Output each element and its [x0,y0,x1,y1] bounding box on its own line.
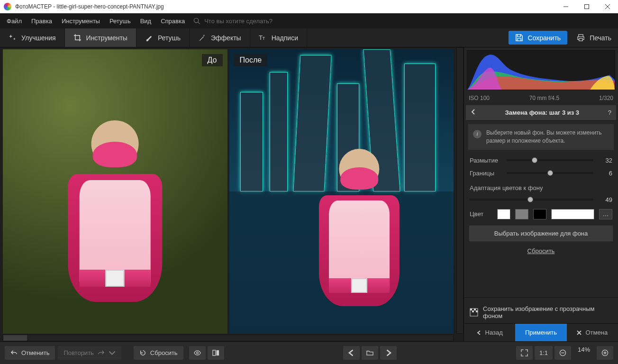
tab-enhance-label: Улучшения [21,34,56,42]
zoom-in-button[interactable] [597,346,613,360]
canvas-hscrollbar[interactable] [3,335,454,341]
reset-link[interactable]: Сбросить [464,245,618,257]
cancel-button-label: Отмена [585,329,608,336]
eye-icon [194,349,201,356]
slider-blur[interactable]: Размытие 32 [464,154,618,167]
slider-edges-track[interactable] [507,172,593,174]
menu-tools[interactable]: Инструменты [57,15,105,27]
chevron-right-icon [385,349,392,356]
window-title: ФотоМАСТЕР - little-girl-super-hero-conc… [15,3,555,10]
apply-button[interactable]: Применить [515,324,566,341]
prev-image-button[interactable] [343,346,360,360]
chevron-left-icon [477,330,482,335]
tab-tools[interactable]: Инструменты [65,28,136,47]
bottom-bar: Отменить Повторить Сбросить 1:1 14% [0,341,618,364]
compare-button[interactable] [208,346,224,360]
transparent-bg-icon [470,308,478,317]
panel-back-icon[interactable] [471,109,476,116]
next-image-button[interactable] [380,346,397,360]
save-transparent-button[interactable]: Сохранить изображение с прозрачным фоном [464,301,618,323]
canvas-compare[interactable]: До После [3,49,454,334]
tab-text[interactable]: TT Надписи [250,28,307,47]
main-toolbar: Улучшения Инструменты Ретушь Эффекты TT … [0,28,618,47]
exif-shutter: 1/320 [599,95,613,101]
slider-blur-value: 32 [598,157,612,164]
adapt-section-label: Адаптация цветов к фону [464,180,618,193]
fit-screen-button[interactable] [516,346,533,360]
zoom-actual-button[interactable]: 1:1 [535,346,553,360]
brush-icon [145,34,153,42]
exif-iso: ISO 100 [469,95,490,101]
right-panel: ISO 100 70 mm f/4.5 1/320 Замена фона: ш… [464,47,618,341]
slider-adapt[interactable]: 49 [464,193,618,206]
panel-help-icon[interactable]: ? [608,109,611,116]
choose-bg-button[interactable]: Выбрать изображение для фона [469,225,613,242]
svg-rect-10 [213,350,216,355]
swatch-more[interactable]: … [599,209,612,219]
reset-all-button[interactable]: Сбросить [134,346,183,360]
slider-blur-label: Размытие [470,157,502,164]
slider-blur-track[interactable] [507,159,593,161]
close-icon [577,330,582,335]
panel-actions: Назад Применить Отмена [464,323,618,341]
folder-icon [366,349,373,356]
histogram[interactable] [467,50,615,90]
sparkle-icon [9,34,17,42]
cancel-button[interactable]: Отмена [567,324,618,341]
help-search[interactable]: Что вы хотите сделать? [193,18,273,25]
menu-retouch[interactable]: Ретушь [105,15,136,27]
tab-retouch[interactable]: Ретушь [136,28,190,47]
app-logo-icon [4,3,11,10]
exif-lens: 70 mm f/4.5 [529,95,559,101]
printer-icon [577,34,585,42]
menu-file[interactable]: Файл [2,15,27,27]
exif-info: ISO 100 70 mm f/4.5 1/320 [464,93,618,105]
fit-icon [521,349,528,356]
swatch-gray[interactable] [515,209,528,219]
reset-all-label: Сбросить [150,349,178,356]
canvas-before[interactable]: До [3,49,227,334]
menu-view[interactable]: Вид [136,15,156,27]
info-icon: i [473,130,482,138]
redo-icon [98,349,105,356]
redo-label: Повторить [64,349,93,356]
save-transparent-label: Сохранить изображение с прозрачным фоном [483,305,612,319]
window-titlebar: ФотоМАСТЕР - little-girl-super-hero-conc… [0,0,618,13]
panel-info: i Выберите новый фон. Вы можете изменить… [468,124,614,150]
crop-icon [73,34,82,42]
canvas-vscrollbar[interactable] [456,47,464,334]
redo-button[interactable]: Повторить [58,346,121,360]
slider-adapt-track[interactable] [470,199,593,200]
menu-edit[interactable]: Правка [27,15,57,27]
tab-effects[interactable]: Эффекты [190,28,250,47]
tab-enhance[interactable]: Улучшения [0,28,65,47]
swatch-white[interactable] [497,209,510,219]
undo-icon [10,349,18,356]
swatch-black[interactable] [533,209,546,219]
svg-rect-7 [472,310,474,312]
svg-rect-5 [470,309,472,310]
save-button[interactable]: Сохранить [509,31,568,45]
preview-button[interactable] [189,346,206,360]
svg-point-9 [196,352,198,354]
undo-button[interactable]: Отменить [5,346,55,360]
window-minimize-button[interactable] [555,0,576,13]
after-badge: После [234,54,268,66]
window-maximize-button[interactable] [576,0,597,13]
slider-edges[interactable]: Границы 6 [464,167,618,180]
svg-rect-0 [585,5,589,9]
compare-icon [212,349,219,356]
reset-icon [139,349,146,356]
canvas-after[interactable]: После [229,49,454,334]
slider-edges-value: 6 [598,170,612,177]
swatch-current[interactable] [551,209,594,219]
open-folder-button[interactable] [362,346,378,360]
color-row: Цвет … [464,206,618,222]
svg-rect-11 [216,350,219,355]
menu-help[interactable]: Справка [156,15,190,27]
back-button[interactable]: Назад [464,324,515,341]
zoom-out-button[interactable] [554,346,571,360]
minus-icon [559,349,566,356]
window-close-button[interactable] [597,0,618,13]
print-button[interactable]: Печать [570,28,618,47]
